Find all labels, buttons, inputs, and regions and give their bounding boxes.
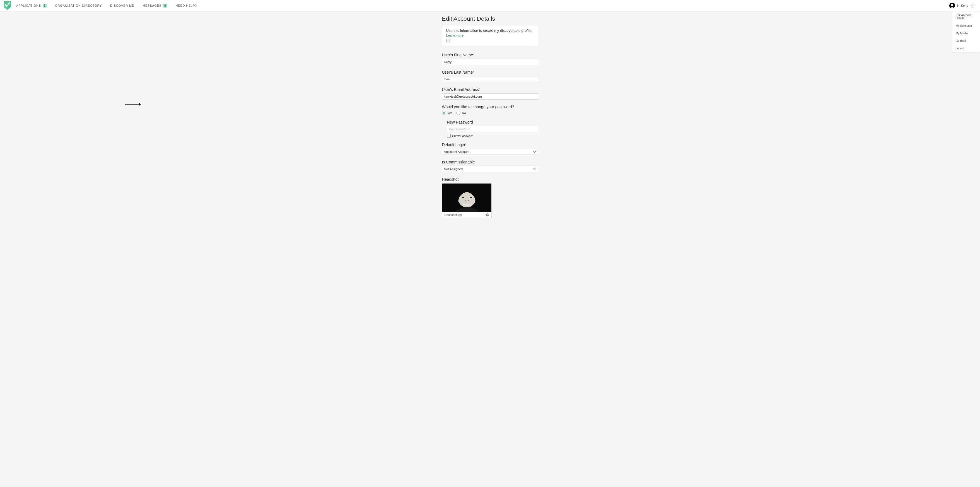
svg-point-5 (462, 197, 464, 198)
user-dropdown-menu: Edit Account Details My Schedule My Medi… (952, 11, 980, 53)
change-password-label: Would you like to change your password? (442, 105, 538, 109)
field-headshot: Headshot Headshot.jpg (442, 177, 538, 218)
form-column: Edit Account Details Use this informatio… (442, 15, 538, 223)
page-title: Edit Account Details (442, 15, 538, 22)
discoverable-checkbox[interactable] (446, 39, 450, 42)
required-icon: * (473, 70, 474, 75)
default-login-label: Default Login* (442, 143, 538, 147)
svg-point-1 (951, 4, 953, 6)
greeting-text: Hi Kerry (957, 4, 968, 7)
nav-links: APPLICATIONS 2 ORGANIZATION DIRECTORY DI… (16, 4, 197, 8)
email-label: User's Email Address* (442, 87, 538, 92)
svg-point-6 (469, 197, 472, 198)
field-commissionable: Is Commissionable (442, 160, 538, 172)
top-nav: APPLICATIONS 2 ORGANIZATION DIRECTORY DI… (0, 0, 980, 11)
headshot-footer: Headshot.jpg (442, 212, 492, 218)
nav-need-help-label: NEED HELP? (176, 4, 197, 7)
first-name-input[interactable] (442, 59, 538, 65)
menu-my-schedule[interactable]: My Schedule (952, 22, 980, 30)
headshot-image (442, 183, 492, 212)
radio-yes-label: Yes (448, 111, 453, 115)
nav-messages[interactable]: MESSAGES 8 (143, 4, 167, 8)
new-password-block: New Password Show Password (442, 120, 538, 137)
email-label-text: User's Email Address (442, 87, 479, 92)
first-name-label: User's First Name* (442, 53, 538, 57)
page-body: Edit Account Details Use this informatio… (0, 11, 980, 223)
nav-org-directory[interactable]: ORGANIZATION DIRECTORY (55, 4, 102, 7)
nav-org-directory-label: ORGANIZATION DIRECTORY (55, 4, 102, 7)
learn-more-link[interactable]: Learn more (446, 34, 534, 37)
field-change-password: Would you like to change your password? … (442, 105, 538, 115)
nav-applications[interactable]: APPLICATIONS 2 (16, 4, 46, 8)
nav-discover-me-label: DISCOVER ME (110, 4, 134, 7)
last-name-label-text: User's Last Name (442, 70, 473, 75)
radio-yes[interactable]: Yes (442, 111, 453, 115)
show-password-label: Show Password (452, 134, 473, 137)
commissionable-value (442, 166, 538, 172)
nav-applications-badge: 2 (43, 4, 46, 8)
menu-go-back[interactable]: Go Back (952, 37, 980, 45)
commissionable-label: Is Commissionable (442, 160, 538, 164)
annotation-arrow-icon (125, 103, 141, 106)
field-default-login: Default Login* (442, 143, 538, 155)
menu-logout[interactable]: Logout (952, 45, 980, 52)
nav-discover-me[interactable]: DISCOVER ME (110, 4, 134, 7)
new-password-input[interactable] (447, 126, 538, 132)
required-icon: * (465, 143, 466, 147)
menu-my-media[interactable]: My Media (952, 30, 980, 37)
headshot-label: Headshot (442, 177, 538, 181)
app-logo[interactable] (3, 1, 11, 10)
last-name-label: User's Last Name* (442, 70, 538, 75)
field-email: User's Email Address* (442, 87, 538, 100)
default-login-select[interactable] (442, 149, 538, 155)
radio-no-circle (456, 111, 460, 115)
headshot-card: Headshot.jpg (442, 183, 492, 218)
menu-edit-account[interactable]: Edit Account Details (952, 11, 980, 22)
field-first-name: User's First Name* (442, 53, 538, 65)
nav-messages-label: MESSAGES (143, 4, 161, 7)
first-name-label-text: User's First Name (442, 53, 473, 57)
headshot-filename: Headshot.jpg (445, 213, 462, 216)
gear-icon[interactable] (485, 213, 489, 217)
info-card-text: Use this information to create my discov… (446, 29, 534, 33)
default-login-value (442, 149, 538, 155)
required-icon: * (473, 53, 474, 57)
show-password-checkbox[interactable] (447, 134, 451, 137)
new-password-label: New Password (447, 120, 538, 124)
avatar (949, 3, 955, 8)
logo-icon (3, 1, 11, 10)
change-password-radio-group: Yes No (442, 111, 538, 115)
radio-no[interactable]: No (456, 111, 466, 115)
radio-no-label: No (462, 111, 466, 115)
show-password-row: Show Password (447, 134, 538, 137)
nav-need-help[interactable]: NEED HELP? (176, 4, 197, 7)
radio-yes-circle (442, 111, 446, 115)
nav-applications-label: APPLICATIONS (16, 4, 41, 7)
info-card: Use this information to create my discov… (442, 25, 538, 46)
last-name-input[interactable] (442, 76, 538, 82)
default-login-label-text: Default Login (442, 143, 465, 147)
required-icon: * (479, 87, 480, 92)
email-input[interactable] (442, 94, 538, 100)
nav-messages-badge: 8 (163, 4, 167, 8)
commissionable-select[interactable] (442, 166, 538, 172)
user-menu-trigger[interactable]: Hi Kerry (949, 3, 974, 8)
field-last-name: User's Last Name* (442, 70, 538, 82)
chevron-up-icon (970, 4, 974, 8)
